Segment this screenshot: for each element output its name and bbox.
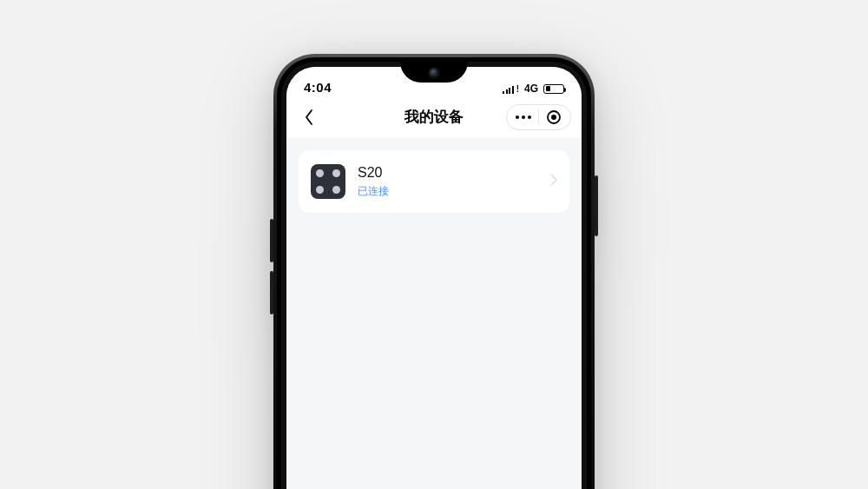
close-miniprogram-button[interactable] [541,105,567,129]
device-name: S20 [358,164,538,181]
svg-point-0 [516,116,519,119]
device-text: S20 已连接 [358,164,538,198]
front-camera [428,67,440,79]
target-circle-icon [546,109,562,125]
app-header: 我的设备 [286,96,582,138]
device-status: 已连接 [358,184,538,199]
chevron-right-icon [550,174,557,189]
more-button[interactable] [510,105,536,129]
chevron-left-icon [304,109,314,126]
device-scale-icon [311,164,345,199]
volume-down-button [270,271,273,314]
volume-up-button [270,219,273,262]
content-area: S20 已连接 [286,138,582,213]
phone-mockup: 4:04 ! 4G 我的设备 [273,54,595,489]
svg-point-1 [522,116,525,119]
signal-icon: ! [503,83,519,94]
more-horizontal-icon [516,116,531,119]
back-button[interactable] [297,105,321,129]
battery-icon [543,84,564,94]
status-time: 4:04 [304,80,332,95]
svg-point-2 [528,116,531,119]
device-card[interactable]: S20 已连接 [299,150,569,213]
divider [538,109,539,125]
svg-point-4 [551,115,556,120]
network-label: 4G [524,83,538,95]
power-button [595,175,598,236]
screen: 4:04 ! 4G 我的设备 [286,67,582,489]
header-actions [506,104,571,130]
